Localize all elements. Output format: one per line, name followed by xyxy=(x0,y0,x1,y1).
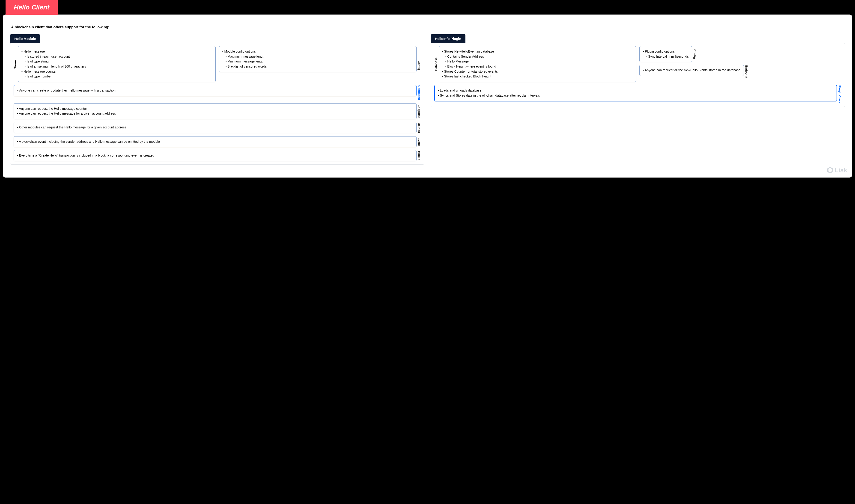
database-item-0-0: Contains Sender Address xyxy=(445,54,633,59)
label-plugin-config: Config xyxy=(693,49,697,59)
module-config-item-0-2: Blacklist of censored words xyxy=(226,64,413,69)
box-command: Anyone can create or update their hello … xyxy=(14,85,416,96)
stores-item-0-0: Is stored in each user account xyxy=(25,54,212,59)
box-wrap-hooks: Every time a "Create Hello" transaction … xyxy=(14,150,421,161)
label-plugin-class: Plugin Class xyxy=(838,85,841,104)
box-wrap-plugin-class: Loads and unloads database Syncs and Sto… xyxy=(434,85,842,104)
box-wrap-plugin-right: Plugin config options Sync Interval in m… xyxy=(639,46,841,85)
page-title: Hello Client xyxy=(5,0,58,15)
section-body-plugin: Database Stores NewHelloEvent in databas… xyxy=(431,43,845,107)
row-module-top: Stores Hello message Is stored in each u… xyxy=(14,46,421,85)
plugin-endpoint-item-0: Anyone can request all the NewHelloEvent… xyxy=(643,68,741,73)
command-item-0: Anyone can create or update their hello … xyxy=(17,88,413,93)
label-plugin-endpoint: Endpoint xyxy=(745,65,748,78)
stores-item-0-1: Is of type string xyxy=(25,59,212,64)
label-command: Command xyxy=(417,85,421,101)
label-module-endpoint: Endpoint xyxy=(417,104,421,118)
module-config-item-0: Module config options xyxy=(225,50,256,53)
section-body-module: Stores Hello message Is stored in each u… xyxy=(10,43,424,165)
box-wrap-database: Database Stores NewHelloEvent in databas… xyxy=(434,46,636,82)
database-item-1: Stores Counter for total stored events xyxy=(442,69,633,74)
box-method: Other modules can request the Hello mess… xyxy=(14,122,416,133)
stores-item-1-0: Is of type number xyxy=(25,74,212,79)
box-plugin-class: Loads and unloads database Syncs and Sto… xyxy=(434,85,837,101)
label-database: Database xyxy=(434,57,438,71)
plugin-config-item-0: Plugin config options xyxy=(645,50,675,53)
box-plugin-endpoint: Anyone can request all the NewHelloEvent… xyxy=(639,65,744,76)
main-card: A blockchain client that offers support … xyxy=(3,15,852,178)
columns: Hello Module Stores Hello message xyxy=(10,34,845,165)
database-item-2: Stores last checked Block Height xyxy=(442,74,633,79)
box-wrap-event: A blockchain event including the sender … xyxy=(14,136,421,147)
box-wrap-module-config: Module config options Maximum message le… xyxy=(219,46,421,85)
box-wrap-module-endpoint: Anyone can request the Hello message cou… xyxy=(14,103,421,119)
section-plugin: HelloInfo Plugin Database Stores NewHell… xyxy=(431,34,845,107)
section-module: Hello Module Stores Hello message xyxy=(10,34,424,165)
brand-text: Lisk xyxy=(835,167,847,174)
brand-logo: Lisk xyxy=(827,167,847,174)
subtitle: A blockchain client that offers support … xyxy=(11,25,845,29)
plugin-class-item-1: Syncs and Stores data in the off-chain d… xyxy=(438,93,834,98)
box-plugin-config: Plugin config options Sync Interval in m… xyxy=(639,46,692,62)
database-item-0-1: Hello Message xyxy=(445,59,633,64)
box-event: A blockchain event including the sender … xyxy=(14,136,416,147)
tab-hello-module: Hello Module xyxy=(10,34,40,43)
database-item-0-2: Block Height where event is found xyxy=(445,64,633,69)
database-item-0: Stores NewHelloEvent in database xyxy=(444,50,494,53)
stores-item-0: Hello message xyxy=(23,50,45,53)
stores-item-1: Hello message counter xyxy=(23,70,56,73)
hooks-item-0: Every time a "Create Hello" transaction … xyxy=(17,153,413,158)
label-module-config: Config xyxy=(417,60,421,71)
module-endpoint-item-0: Anyone can request the Hello message cou… xyxy=(17,106,413,111)
box-module-config: Module config options Maximum message le… xyxy=(219,46,416,72)
lisk-icon xyxy=(827,167,833,174)
event-item-0: A blockchain event including the sender … xyxy=(17,139,413,144)
box-module-endpoint: Anyone can request the Hello message cou… xyxy=(14,103,416,119)
page: Hello Client A blockchain client that of… xyxy=(0,0,855,504)
module-config-item-0-0: Maximum message length xyxy=(226,54,413,59)
label-hooks: Hooks xyxy=(417,150,421,161)
box-stores: Hello message Is stored in each user acc… xyxy=(18,46,216,82)
box-database: Stores NewHelloEvent in database Contain… xyxy=(439,46,636,82)
box-wrap-command: Anyone can create or update their hello … xyxy=(14,85,421,101)
col-module: Hello Module Stores Hello message xyxy=(10,34,424,165)
box-wrap-stores: Stores Hello message Is stored in each u… xyxy=(14,46,216,82)
label-method: Method xyxy=(417,122,421,133)
stores-item-0-2: Is of a maximum length of 300 characters xyxy=(25,64,212,69)
col-plugin: HelloInfo Plugin Database Stores NewHell… xyxy=(431,34,845,107)
box-wrap-method: Other modules can request the Hello mess… xyxy=(14,122,421,133)
tab-helloinfo-plugin: HelloInfo Plugin xyxy=(431,34,465,43)
row-plugin-top: Database Stores NewHelloEvent in databas… xyxy=(434,46,842,85)
box-hooks: Every time a "Create Hello" transaction … xyxy=(14,150,416,161)
label-stores: Stores xyxy=(14,59,17,69)
module-endpoint-item-1: Anyone can request the Hello message for… xyxy=(17,111,413,116)
module-config-item-0-1: Minimum message length xyxy=(226,59,413,64)
plugin-config-item-0-0: Sync Interval in milliseconds xyxy=(646,54,689,59)
method-item-0: Other modules can request the Hello mess… xyxy=(17,125,413,130)
label-event: Event xyxy=(417,137,421,146)
plugin-class-item-0: Loads and unloads database xyxy=(438,88,834,93)
